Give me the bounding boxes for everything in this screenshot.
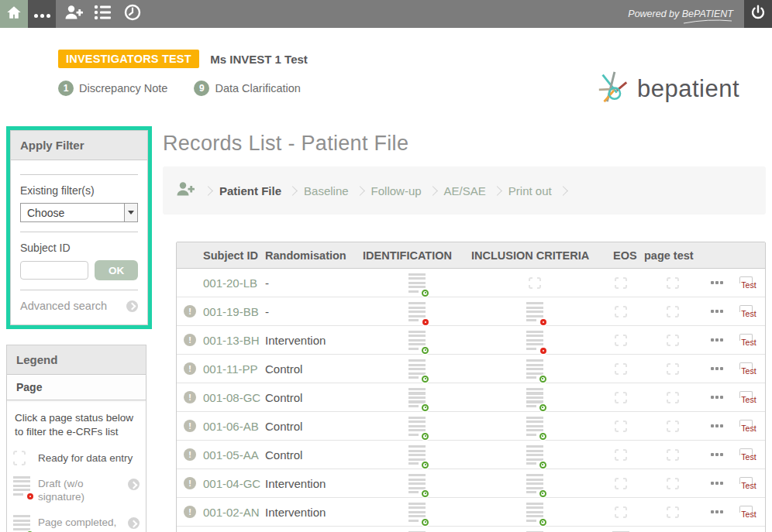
- status-ready-for-data-entry-icon[interactable]: [615, 363, 627, 375]
- page-test-status-cell[interactable]: [644, 306, 701, 317]
- row-actions-button[interactable]: [701, 338, 732, 342]
- status-completed-icon[interactable]: [526, 388, 543, 407]
- status-ready-for-data-entry-icon[interactable]: [667, 506, 679, 518]
- status-ready-for-data-entry-icon[interactable]: [615, 449, 627, 461]
- add-user-button[interactable]: [62, 2, 85, 26]
- status-ready-for-data-entry-icon[interactable]: [667, 335, 679, 346]
- data-clarification-counter[interactable]: 9 Data Clarification: [194, 81, 300, 96]
- status-ready-for-data-entry-icon[interactable]: [667, 478, 679, 489]
- test-stamp-icon[interactable]: Test: [741, 477, 756, 490]
- status-ready-for-data-entry-icon[interactable]: [667, 306, 679, 317]
- eos-status-cell[interactable]: [598, 277, 644, 289]
- inclusion-criteria-status-cell[interactable]: [471, 359, 598, 379]
- status-ready-for-data-entry-icon[interactable]: [615, 506, 627, 518]
- test-stamp-icon[interactable]: Test: [741, 506, 756, 519]
- discrepancy-note-counter[interactable]: 1 Discrepancy Note: [58, 81, 167, 96]
- status-ready-for-data-entry-icon[interactable]: [615, 478, 627, 489]
- eos-status-cell[interactable]: [598, 420, 644, 432]
- row-actions-button[interactable]: [701, 482, 732, 485]
- home-button[interactable]: [0, 0, 28, 28]
- status-ready-for-data-entry-icon[interactable]: [13, 451, 26, 465]
- row-actions-button[interactable]: [701, 310, 732, 313]
- ok-button[interactable]: OK: [95, 260, 138, 280]
- page-test-status-cell[interactable]: [644, 363, 701, 375]
- page-test-status-cell[interactable]: [644, 420, 701, 432]
- row-actions-button[interactable]: [701, 281, 732, 284]
- subject-id-link[interactable]: 001-05-AA: [203, 448, 265, 462]
- subject-id-link[interactable]: 001-06-AB: [203, 420, 265, 433]
- subject-id-link[interactable]: 001-04-GC: [203, 477, 265, 490]
- row-actions-button[interactable]: [701, 396, 732, 399]
- subject-id-link[interactable]: 001-13-BH: [203, 334, 265, 347]
- inclusion-criteria-status-cell[interactable]: [471, 474, 598, 493]
- inclusion-criteria-status-cell[interactable]: [471, 302, 598, 321]
- row-actions-button[interactable]: [701, 367, 732, 370]
- status-ready-for-data-entry-icon[interactable]: [615, 306, 627, 317]
- identification-status-cell[interactable]: [363, 359, 471, 379]
- status-completed-icon[interactable]: [408, 503, 426, 522]
- legend-item-draft[interactable]: Draft (w/o signature): [13, 475, 140, 504]
- status-completed-icon[interactable]: [526, 503, 543, 522]
- status-completed-icon[interactable]: [408, 417, 426, 436]
- identification-status-cell[interactable]: [363, 302, 471, 321]
- page-test-status-cell[interactable]: [644, 506, 701, 518]
- breadcrumb-item-patient-file[interactable]: Patient File: [219, 184, 281, 197]
- inclusion-criteria-status-cell[interactable]: [471, 331, 598, 350]
- subject-id-link[interactable]: 001-20-LB: [203, 276, 265, 290]
- status-completed-icon[interactable]: [408, 273, 426, 293]
- status-ready-for-data-entry-icon[interactable]: [667, 363, 679, 375]
- subject-id-input[interactable]: [20, 261, 88, 280]
- subject-id-link[interactable]: 001-02-AN: [203, 506, 265, 519]
- inclusion-criteria-status-cell[interactable]: [471, 503, 598, 522]
- legend-item-ready[interactable]: Ready for data entry: [13, 450, 140, 465]
- status-completed-icon[interactable]: [526, 474, 543, 493]
- status-ready-for-data-entry-icon[interactable]: [667, 277, 679, 289]
- status-completed-icon[interactable]: [13, 515, 30, 532]
- test-stamp-icon[interactable]: Test: [741, 362, 756, 376]
- status-ready-for-data-entry-icon[interactable]: [615, 277, 627, 289]
- status-draft-icon[interactable]: [526, 331, 543, 350]
- test-stamp-icon[interactable]: Test: [741, 334, 756, 347]
- breadcrumb-item-baseline[interactable]: Baseline: [304, 184, 349, 197]
- row-actions-button[interactable]: [701, 510, 732, 513]
- identification-status-cell[interactable]: [363, 273, 471, 293]
- page-test-status-cell[interactable]: [644, 392, 701, 403]
- breadcrumb-item-ae-sae[interactable]: AE/SAE: [444, 184, 486, 197]
- status-completed-icon[interactable]: [526, 417, 543, 436]
- test-stamp-icon[interactable]: Test: [741, 420, 756, 433]
- identification-status-cell[interactable]: [363, 445, 471, 465]
- test-stamp-icon[interactable]: Test: [741, 448, 756, 462]
- status-ready-for-data-entry-icon[interactable]: [615, 392, 627, 403]
- logout-button[interactable]: [744, 0, 772, 28]
- subject-id-link[interactable]: 001-19-BB: [203, 305, 265, 318]
- identification-status-cell[interactable]: [363, 331, 471, 350]
- existing-filter-select[interactable]: Choose: [20, 203, 138, 222]
- inclusion-criteria-status-cell[interactable]: [471, 277, 598, 289]
- status-ready-for-data-entry-icon[interactable]: [529, 277, 541, 289]
- legend-item-completed[interactable]: Page completed, can be monitored: [13, 514, 140, 532]
- breadcrumb-item-print-out[interactable]: Print out: [508, 184, 552, 197]
- status-draft-icon[interactable]: [13, 476, 30, 496]
- inclusion-criteria-status-cell[interactable]: [471, 445, 598, 465]
- patient-add-icon[interactable]: [175, 180, 195, 201]
- identification-status-cell[interactable]: [363, 417, 471, 436]
- page-test-status-cell[interactable]: [644, 449, 701, 461]
- test-stamp-icon[interactable]: Test: [741, 276, 756, 290]
- legend-tab-page[interactable]: Page: [7, 375, 146, 400]
- eos-status-cell[interactable]: [598, 363, 644, 375]
- subject-id-link[interactable]: 001-11-PP: [203, 362, 265, 376]
- identification-status-cell[interactable]: [363, 474, 471, 493]
- status-completed-icon[interactable]: [526, 359, 543, 379]
- status-completed-icon[interactable]: [408, 474, 426, 493]
- eos-status-cell[interactable]: [598, 335, 644, 346]
- advanced-search-link[interactable]: Advanced search: [20, 300, 138, 312]
- page-test-status-cell[interactable]: [644, 277, 701, 289]
- eos-status-cell[interactable]: [598, 478, 644, 489]
- status-ready-for-data-entry-icon[interactable]: [667, 420, 679, 432]
- row-actions-button[interactable]: [701, 453, 732, 456]
- status-completed-icon[interactable]: [408, 331, 426, 350]
- status-completed-icon[interactable]: [408, 445, 426, 465]
- status-completed-icon[interactable]: [408, 359, 426, 379]
- subject-id-link[interactable]: 001-08-GC: [203, 391, 265, 404]
- identification-status-cell[interactable]: [363, 388, 471, 407]
